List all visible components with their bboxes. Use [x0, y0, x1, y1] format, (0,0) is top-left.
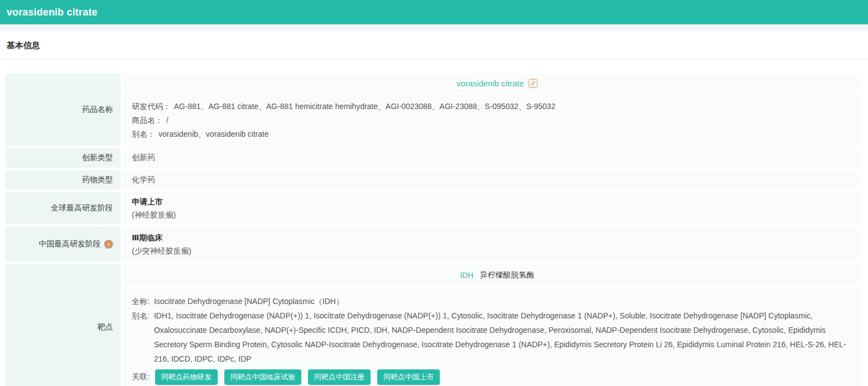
target-fullname-value: Isocitrate Dehydrogenase [NADP] Cytoplas… — [154, 294, 855, 308]
same-target-china-marketed-button[interactable]: 同靶点中国上市 — [377, 369, 440, 385]
target-fullname-line: 全称: Isocitrate Dehydrogenase [NADP] Cyto… — [132, 294, 862, 308]
innovation-type-label: 创新类型 — [6, 148, 121, 168]
target-relation-line: 关联: 同靶点药物研发 同靶点中国临床试验 同靶点中国注册 同靶点中国上市 — [132, 369, 862, 385]
table-row-drug-type: 药物类型 化学药 — [6, 170, 862, 190]
header-divider-strip — [0, 24, 868, 32]
china-stage-content: Ⅲ期临床 (少突神经胶质瘤) — [123, 227, 862, 262]
innovation-type-value: 创新药 — [132, 153, 862, 163]
section-header: 基本信息 — [0, 32, 868, 59]
alias-value: vorasidenib、vorasidenib citrate — [158, 127, 269, 141]
alias-line: 别名： vorasidenib、vorasidenib citrate — [132, 127, 862, 141]
page-title: vorasidenib citrate — [7, 7, 97, 18]
global-stage-content: 申请上市 (神经胶质瘤) — [123, 192, 862, 224]
target-gene-link[interactable]: IDH — [460, 271, 473, 280]
alias-key: 别名： — [132, 127, 155, 141]
target-label: 靶点 — [6, 264, 121, 386]
trade-name-key: 商品名： — [132, 114, 163, 127]
section-title: 基本信息 — [7, 40, 40, 50]
table-row-innovation-type: 创新类型 创新药 — [6, 148, 862, 168]
page-header-bar: vorasidenib citrate — [0, 0, 868, 24]
trade-name-line: 商品名： / — [132, 114, 862, 127]
drug-name-details: 研发代码： AG-881、AG-881 citrate、AG-881 hemic… — [123, 95, 862, 146]
target-details-block: 全称: Isocitrate Dehydrogenase [NADP] Cyto… — [123, 289, 862, 386]
link-icon[interactable] — [528, 79, 538, 88]
target-alias-key: 别名: — [132, 308, 150, 366]
china-stage-value: Ⅲ期临床 — [132, 231, 862, 244]
china-stage-label: 中国最高研发阶段 — [39, 239, 101, 249]
drug-type-content: 化学药 — [123, 170, 862, 190]
target-fullname-key: 全称: — [132, 294, 150, 308]
target-gene-chinese-name: 异柠檬酸脱氢酶 — [480, 270, 535, 280]
info-icon[interactable]: i — [104, 240, 113, 249]
rd-code-key: 研发代码： — [132, 100, 171, 114]
target-relation-key: 关联: — [132, 372, 150, 382]
same-target-drug-rd-button[interactable]: 同靶点药物研发 — [155, 369, 218, 385]
target-gene-block: IDH 异柠檬酸脱氢酶 — [123, 264, 862, 286]
china-stage-label-cell: 中国最高研发阶段 i — [6, 227, 121, 262]
innovation-type-content: 创新药 — [123, 148, 862, 168]
rd-code-line: 研发代码： AG-881、AG-881 citrate、AG-881 hemic… — [132, 100, 862, 114]
global-stage-value: 申请上市 — [132, 195, 862, 208]
table-row-global-stage: 全球最高研发阶段 申请上市 (神经胶质瘤) — [6, 192, 862, 224]
target-alias-value: IDH1, Isocitrate Dehydrogenase (NADP(+))… — [154, 308, 855, 366]
rd-code-value: AG-881、AG-881 citrate、AG-881 hemicitrate… — [174, 100, 556, 114]
target-alias-line: 别名: IDH1, Isocitrate Dehydrogenase (NADP… — [132, 308, 862, 366]
basic-info-table: 药品名称 vorasidenib citrate 研发代码： AG-881、AG… — [6, 74, 862, 386]
drug-name-label: 药品名称 — [6, 74, 121, 146]
global-stage-label: 全球最高研发阶段 — [6, 192, 121, 224]
drug-name-content: vorasidenib citrate 研发代码： AG-881、AG-881 … — [123, 74, 862, 146]
china-stage-indication: (少突神经胶质瘤) — [132, 244, 862, 258]
drug-type-label: 药物类型 — [6, 170, 121, 190]
table-row-china-stage: 中国最高研发阶段 i Ⅲ期临床 (少突神经胶质瘤) — [6, 227, 862, 262]
table-row-target: 靶点 IDH 异柠檬酸脱氢酶 全称: Isocitrate Dehydrogen… — [6, 264, 862, 386]
table-row-drug-name: 药品名称 vorasidenib citrate 研发代码： AG-881、AG… — [6, 74, 862, 146]
same-target-china-trials-button[interactable]: 同靶点中国临床试验 — [224, 369, 301, 385]
drug-title-block: vorasidenib citrate — [123, 74, 862, 92]
drug-type-value: 化学药 — [132, 175, 862, 185]
trade-name-value: / — [166, 114, 168, 127]
global-stage-indication: (神经胶质瘤) — [132, 208, 862, 222]
drug-name-link[interactable]: vorasidenib citrate — [456, 79, 524, 88]
same-target-china-registration-button[interactable]: 同靶点中国注册 — [308, 369, 371, 385]
